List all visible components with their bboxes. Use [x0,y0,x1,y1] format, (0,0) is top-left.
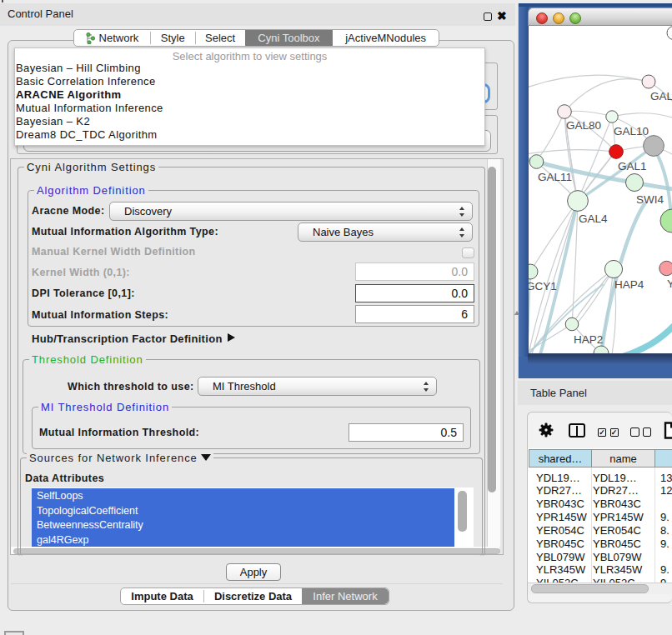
svg-text:GAL11: GAL11 [538,171,572,183]
svg-text:GAL10: GAL10 [614,125,649,138]
svg-text:GCY1: GCY1 [529,280,557,292]
svg-text:GAL1: GAL1 [618,160,647,172]
svg-text:Y: Y [667,278,672,290]
svg-text:HAP4: HAP4 [614,278,644,291]
svg-text:GAL80: GAL80 [566,119,601,132]
svg-text:GAL7: GAL7 [650,90,672,102]
svg-text:HAP2: HAP2 [574,333,603,346]
svg-text:SWI4: SWI4 [636,193,664,206]
svg-text:GAL4: GAL4 [579,212,608,225]
